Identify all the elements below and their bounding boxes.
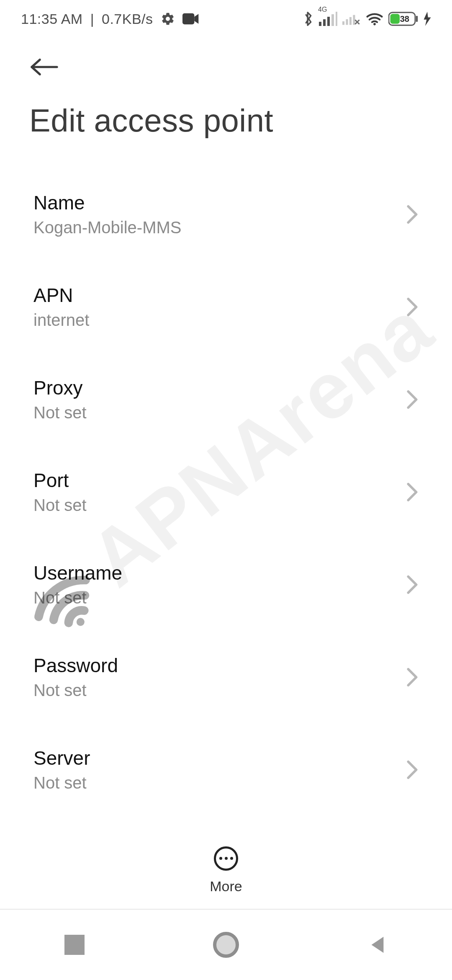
svg-rect-5	[331, 14, 334, 26]
chevron-right-icon	[406, 482, 419, 502]
nav-back-button[interactable]	[367, 935, 388, 955]
camera-icon	[182, 13, 199, 25]
svg-rect-10	[353, 15, 355, 25]
setting-value: Not set	[33, 403, 87, 422]
setting-label: APN	[33, 284, 89, 307]
chevron-right-icon	[406, 389, 419, 410]
back-button[interactable]	[29, 57, 59, 77]
system-nav-bar	[0, 909, 452, 980]
status-time: 11:35 AM	[21, 11, 83, 27]
svg-rect-2	[319, 22, 321, 26]
chevron-right-icon	[406, 297, 419, 317]
svg-rect-8	[346, 19, 348, 25]
chevron-right-icon	[406, 667, 419, 687]
chevron-right-icon	[406, 204, 419, 224]
battery-pct: 38	[400, 14, 409, 24]
setting-label: Proxy	[33, 377, 87, 399]
svg-rect-13	[390, 14, 400, 23]
svg-rect-4	[327, 17, 330, 26]
setting-label: Name	[33, 191, 181, 214]
nav-recents-button[interactable]	[64, 935, 85, 955]
setting-row-server[interactable]: Server Not set	[33, 723, 419, 816]
setting-value: Not set	[33, 681, 118, 700]
bluetooth-icon	[303, 11, 314, 27]
setting-row-port[interactable]: Port Not set	[33, 446, 419, 538]
nav-home-button[interactable]	[213, 932, 239, 958]
setting-label: Server	[33, 747, 90, 769]
setting-row-password[interactable]: Password Not set	[33, 631, 419, 723]
svg-rect-6	[336, 12, 337, 26]
svg-rect-14	[416, 16, 418, 22]
page-title: Edit access point	[0, 83, 452, 168]
setting-value: Kogan-Mobile-MMS	[33, 218, 181, 237]
settings-list: Name Kogan-Mobile-MMS APN internet Proxy…	[0, 168, 452, 922]
setting-row-proxy[interactable]: Proxy Not set	[33, 353, 419, 446]
more-label: More	[210, 878, 242, 895]
battery-icon: 38	[388, 12, 419, 26]
setting-value: Not set	[33, 496, 87, 515]
status-bar: 11:35 AM | 0.7KB/s 4G 38	[0, 0, 452, 38]
more-button[interactable]: More	[0, 833, 452, 908]
setting-value: Not set	[33, 774, 90, 792]
chevron-right-icon	[406, 760, 419, 780]
setting-label: Username	[33, 562, 122, 584]
gear-icon	[161, 12, 175, 26]
svg-rect-3	[323, 19, 326, 26]
setting-label: Password	[33, 654, 118, 677]
setting-label: Port	[33, 469, 87, 492]
svg-rect-7	[342, 21, 344, 25]
wifi-icon	[366, 12, 383, 26]
svg-rect-9	[349, 17, 352, 25]
svg-rect-1	[182, 13, 194, 25]
signal-sim1-icon: 4G	[319, 12, 337, 26]
svg-point-11	[373, 23, 376, 26]
setting-value: Not set	[33, 588, 122, 607]
setting-row-name[interactable]: Name Kogan-Mobile-MMS	[33, 168, 419, 260]
more-icon	[214, 846, 238, 871]
setting-row-username[interactable]: Username Not set	[33, 538, 419, 631]
setting-value: internet	[33, 311, 89, 330]
charging-icon	[424, 12, 431, 26]
signal-sim2-icon	[342, 12, 361, 26]
chevron-right-icon	[406, 575, 419, 595]
setting-row-apn[interactable]: APN internet	[33, 260, 419, 353]
status-net-speed: 0.7KB/s	[102, 11, 153, 27]
